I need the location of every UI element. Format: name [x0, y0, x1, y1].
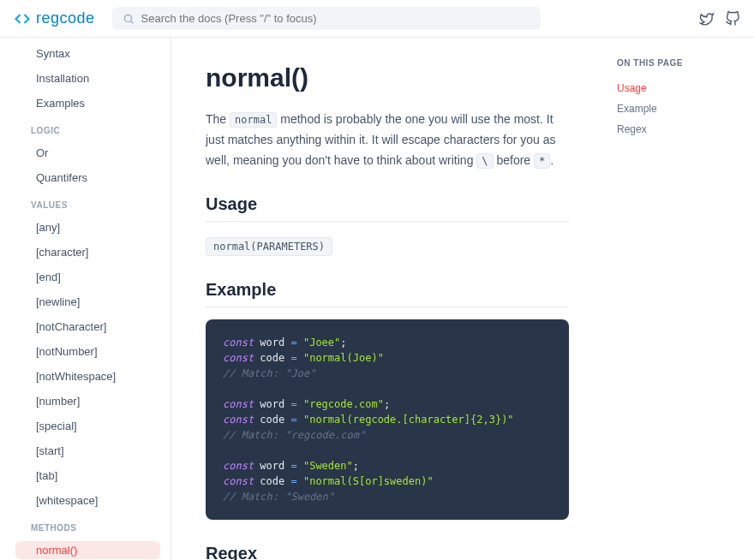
toc-item[interactable]: Regex [617, 119, 740, 140]
sidebar-item[interactable]: Examples [15, 94, 160, 112]
sidebar-item[interactable]: [end] [15, 268, 160, 286]
search-icon [123, 13, 135, 25]
intro-text: The normal method is probably the one yo… [206, 110, 569, 170]
sidebar-item[interactable]: [character] [15, 243, 160, 261]
sidebar-item[interactable]: [notNumber] [15, 343, 160, 360]
sidebar-item[interactable]: [notCharacter] [15, 318, 160, 336]
example-code-block: const word = "Joee"; const code = "norma… [206, 319, 569, 520]
sidebar-item[interactable]: Or [15, 144, 160, 162]
toc-item[interactable]: Usage [617, 78, 740, 98]
code-inline: normal [230, 112, 277, 128]
sidebar-group-label: VALUES [0, 190, 171, 215]
brand-logo[interactable]: regcode [14, 9, 95, 27]
twitter-icon[interactable] [699, 11, 715, 27]
sidebar-item[interactable]: normal() [15, 541, 160, 559]
sidebar-item[interactable]: [tab] [15, 467, 160, 485]
sidebar: SyntaxInstallationExamplesLOGICOrQuantif… [0, 38, 171, 560]
sidebar-item[interactable]: [whitespace] [15, 491, 160, 509]
toc-item[interactable]: Example [617, 98, 740, 119]
sidebar-item[interactable]: [newline] [15, 293, 160, 311]
svg-line-1 [130, 21, 133, 23]
heading-example: Example [206, 280, 569, 307]
heading-regex: Regex [206, 544, 569, 560]
sidebar-item[interactable]: Installation [15, 69, 160, 87]
sidebar-item[interactable]: Quantifers [15, 169, 160, 187]
toc-title: ON THIS PAGE [617, 58, 740, 68]
search-box[interactable] [112, 7, 541, 30]
sidebar-item[interactable]: [start] [15, 442, 160, 460]
usage-code: normal(PARAMETERS) [206, 237, 332, 256]
toc: ON THIS PAGE UsageExampleRegex [603, 38, 754, 560]
page-title: normal() [206, 63, 569, 92]
github-icon[interactable] [725, 11, 740, 27]
sidebar-group-label: METHODS [0, 513, 171, 538]
sidebar-item[interactable]: [number] [15, 392, 160, 410]
sidebar-item[interactable]: [any] [15, 218, 160, 236]
heading-usage: Usage [206, 194, 569, 222]
logo-icon [14, 10, 31, 27]
sidebar-item[interactable]: Syntax [15, 45, 160, 63]
main-content: normal() The normal method is probably t… [171, 38, 603, 560]
search-input[interactable] [141, 12, 530, 25]
sidebar-item[interactable]: [notWhitespace] [15, 367, 160, 385]
sidebar-item[interactable]: [special] [15, 417, 160, 435]
svg-point-0 [124, 15, 131, 21]
brand-name: regcode [36, 9, 95, 27]
code-inline: \ [476, 153, 493, 169]
sidebar-group-label: LOGIC [0, 116, 171, 140]
code-inline: * [534, 153, 550, 169]
